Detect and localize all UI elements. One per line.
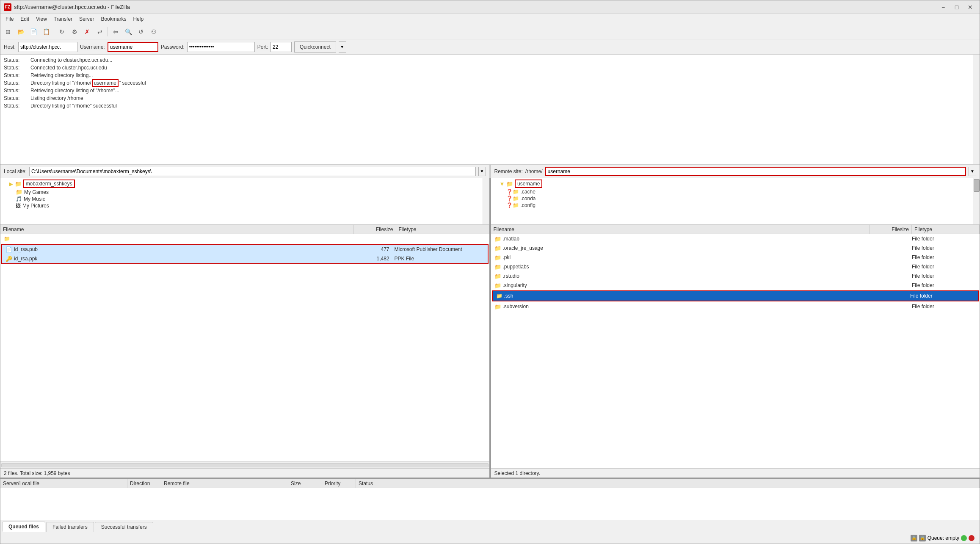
toolbar-btn-6[interactable]: ⇄: [94, 26, 106, 38]
remote-folder-icon: ▼ 📁: [500, 181, 513, 187]
local-site-path[interactable]: [29, 167, 475, 176]
local-tree-mygames[interactable]: 📁 My Games: [0, 188, 489, 196]
remote-site-username[interactable]: [545, 167, 966, 176]
question-icon-conda: ❓📁: [506, 196, 519, 202]
log-area: Status: Connecting to cluster.hpcc.ucr.e…: [0, 55, 980, 165]
tab-queued-files[interactable]: Queued files: [2, 522, 45, 532]
local-tree-mymusic[interactable]: 🎵 My Music: [0, 196, 489, 202]
file-row-idrsa-pub[interactable]: 📄 id_rsa.pub 477 Microsoft Publisher Doc…: [2, 245, 488, 254]
port-input[interactable]: [271, 42, 292, 52]
filename-pki: .pki: [503, 254, 511, 260]
queue-col-remote[interactable]: Remote file: [161, 479, 288, 488]
remote-file-ssh[interactable]: 📁 .ssh File folder: [493, 291, 978, 301]
file-row-idrsa-ppk[interactable]: 🔑 id_rsa.ppk 1,482 PPK File: [2, 254, 488, 263]
local-tree-scrollbar[interactable]: [483, 178, 489, 224]
type-subversion: File folder: [910, 304, 978, 309]
remote-username-label: username: [515, 179, 542, 188]
toolbar-btn-1[interactable]: ⊞: [2, 26, 14, 38]
quickconnect-button[interactable]: Quickconnect: [294, 41, 336, 52]
filename-oracle: .oracle_jre_usage: [503, 245, 543, 251]
menu-file[interactable]: File: [2, 15, 17, 23]
conda-label: .conda: [521, 196, 536, 202]
remote-tree: ▼ 📁 username ❓📁 .cache ❓📁 .conda ❓📁 .con…: [491, 178, 980, 225]
queue-col-status[interactable]: Status: [356, 479, 980, 488]
toolbar-btn-9[interactable]: ⚇: [148, 26, 160, 38]
remote-tree-conda[interactable]: ❓📁 .conda: [491, 195, 980, 202]
remote-file-pki[interactable]: 📁 .pki File folder: [491, 253, 980, 262]
remote-file-singularity[interactable]: 📁 .singularity File folder: [491, 281, 980, 290]
local-tree-mobaxterm[interactable]: ▶ 📁 mobaxterm_sshkeys: [0, 179, 489, 188]
remote-col-filetype-header[interactable]: Filetype: [912, 225, 980, 234]
remote-site-dropdown[interactable]: ▼: [969, 167, 976, 176]
local-file-list: Filename Filesize Filetype 📁: [0, 225, 489, 478]
host-label: Host:: [4, 44, 16, 50]
local-file-list-body[interactable]: 📁 📄 id_rsa.pub 477 Microsof: [0, 234, 489, 461]
remote-file-rstudio[interactable]: 📁 .rstudio File folder: [491, 271, 980, 281]
col-filename-header[interactable]: Filename: [0, 225, 354, 234]
queue-col-priority[interactable]: Priority: [322, 479, 356, 488]
remote-tree-config[interactable]: ❓📁 .config: [491, 202, 980, 209]
local-h-scrollbar-track: [1, 463, 489, 467]
lock-icon: 🔒: [911, 535, 917, 541]
toolbar-open-btn[interactable]: 📂: [15, 26, 27, 38]
remote-tree-scrollbar[interactable]: [973, 178, 980, 224]
col-filesize-header[interactable]: Filesize: [354, 225, 396, 234]
toolbar-cancel-btn[interactable]: ✗: [81, 26, 93, 38]
queue-col-size[interactable]: Size: [288, 479, 322, 488]
remote-file-list-body[interactable]: 📁 .matlab File folder 📁 .oracle_jre_usag…: [491, 234, 980, 468]
host-input[interactable]: [18, 42, 77, 52]
toolbar-btn-3[interactable]: 📋: [40, 26, 52, 38]
tab-failed-transfers[interactable]: Failed transfers: [46, 522, 94, 532]
local-site-dropdown[interactable]: ▼: [478, 167, 486, 176]
status-icons: 🔒 🔒 Queue: empty: [911, 535, 974, 541]
menu-transfer[interactable]: Transfer: [50, 15, 76, 23]
remote-col-filesize-header[interactable]: Filesize: [870, 225, 912, 234]
remote-file-list: Filename Filesize Filetype 📁 .matlab Fil…: [491, 225, 980, 478]
log-line-7: Status: Directory listing of "/rhome" su…: [4, 102, 976, 110]
local-site-label: Local site:: [4, 168, 27, 174]
remote-file-puppetlabs[interactable]: 📁 .puppetlabs File folder: [491, 262, 980, 271]
remote-col-filename-header[interactable]: Filename: [491, 225, 870, 234]
toolbar-btn-8[interactable]: ↺: [135, 26, 147, 38]
log-scrollbar[interactable]: [973, 55, 980, 164]
filetype-idrsa-pub: Microsoft Publisher Document: [393, 246, 486, 252]
minimize-button[interactable]: −: [937, 3, 949, 12]
menu-bookmarks[interactable]: Bookmarks: [97, 15, 130, 23]
local-h-scrollbar[interactable]: [0, 461, 489, 468]
col-filetype-header[interactable]: Filetype: [396, 225, 489, 234]
toolbar-btn-7[interactable]: ⇦: [110, 26, 121, 38]
close-button[interactable]: ✕: [964, 3, 976, 12]
remote-file-oracle[interactable]: 📁 .oracle_jre_usage File folder: [491, 243, 980, 253]
remote-file-matlab[interactable]: 📁 .matlab File folder: [491, 234, 980, 243]
toolbar-search-btn[interactable]: 🔍: [122, 26, 134, 38]
folder-icon-singularity: 📁: [494, 282, 501, 289]
remote-tree-username[interactable]: ▼ 📁 username: [491, 179, 980, 188]
menu-help[interactable]: Help: [130, 15, 147, 23]
menu-server[interactable]: Server: [76, 15, 97, 23]
local-tree-mypictures[interactable]: 🖼 My Pictures: [0, 202, 489, 209]
parent-dir-icon: 📁: [4, 236, 10, 242]
log-line-2: Status: Connected to cluster.hpcc.ucr.ed…: [4, 64, 976, 72]
tab-successful-transfers[interactable]: Successful transfers: [95, 522, 153, 532]
toolbar-refresh-btn[interactable]: ↻: [56, 26, 68, 38]
toolbar-btn-5[interactable]: ⚙: [69, 26, 80, 38]
maximize-button[interactable]: □: [951, 3, 963, 12]
type-oracle: File folder: [910, 245, 978, 251]
mypictures-label: My Pictures: [22, 203, 49, 209]
filename-idrsa-pub: id_rsa.pub: [14, 246, 38, 252]
queue-body: [0, 488, 980, 520]
remote-tree-cache[interactable]: ❓📁 .cache: [491, 188, 980, 195]
menu-edit[interactable]: Edit: [17, 15, 33, 23]
quickconnect-dropdown[interactable]: ▼: [339, 41, 346, 52]
username-input[interactable]: [108, 42, 158, 52]
filename-puppetlabs: .puppetlabs: [503, 264, 529, 270]
password-input[interactable]: [187, 42, 255, 52]
toolbar-btn-2[interactable]: 📄: [28, 26, 39, 38]
queue-col-direction[interactable]: Direction: [127, 479, 161, 488]
remote-panel: ▼ 📁 username ❓📁 .cache ❓📁 .conda ❓📁 .con…: [491, 178, 980, 478]
menu-view[interactable]: View: [33, 15, 50, 23]
local-parent-dir[interactable]: 📁: [0, 234, 489, 243]
remote-file-subversion[interactable]: 📁 .subversion File folder: [491, 302, 980, 311]
queue-col-server[interactable]: Server/Local file: [0, 479, 127, 488]
music-icon: 🎵: [16, 196, 22, 202]
